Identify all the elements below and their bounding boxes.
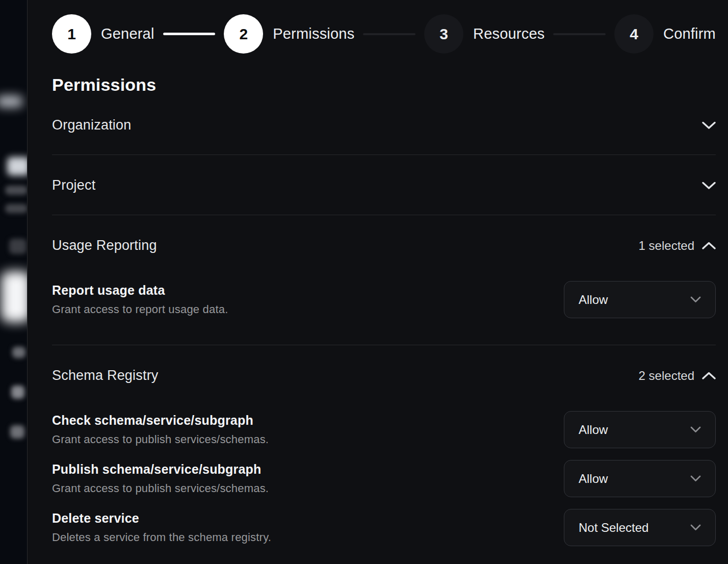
select-value: Not Selected xyxy=(579,521,648,535)
blurred-background-page xyxy=(0,0,28,564)
step-label: Confirm xyxy=(663,25,716,42)
permission-title: Delete service xyxy=(52,511,271,526)
section-label: Usage Reporting xyxy=(52,238,157,253)
blurred-background-element xyxy=(12,347,25,358)
step-label: Resources xyxy=(473,25,544,42)
chevron-down-icon xyxy=(690,475,701,482)
step-number-badge: 2 xyxy=(224,14,263,54)
step-number-badge: 1 xyxy=(52,14,91,54)
wizard-dialog: 1 General 2 Permissions 3 Resources 4 Co… xyxy=(28,0,728,564)
permission-description: Grant access to report usage data. xyxy=(52,303,228,316)
permission-row: Report usage data Grant access to report… xyxy=(52,281,716,318)
step-connector-incomplete xyxy=(553,33,606,35)
section-organization: Organization xyxy=(52,95,716,155)
step-label: Permissions xyxy=(273,25,354,42)
select-value: Allow xyxy=(579,472,608,486)
section-schema-registry: Schema Registry 2 selected Check schema/… xyxy=(52,345,716,564)
permission-title: Report usage data xyxy=(52,283,228,298)
page-title: Permissions xyxy=(52,75,716,95)
blurred-background-element xyxy=(7,157,28,175)
section-usage-reporting-toggle[interactable]: Usage Reporting 1 selected xyxy=(52,238,716,253)
wizard-stepper: 1 General 2 Permissions 3 Resources 4 Co… xyxy=(52,14,716,54)
blurred-background-element xyxy=(10,425,24,439)
blurred-background-element xyxy=(9,239,27,254)
permission-row: Delete service Deletes a service from th… xyxy=(52,509,716,546)
blurred-background-element xyxy=(5,186,28,195)
step-connector-incomplete xyxy=(363,33,415,35)
permission-description: Deletes a service from the schema regist… xyxy=(52,531,271,544)
chevron-up-icon xyxy=(702,242,716,250)
section-organization-toggle[interactable]: Organization xyxy=(52,117,716,133)
permission-description: Grant access to publish services/schemas… xyxy=(52,482,269,495)
select-value: Allow xyxy=(579,423,608,437)
permission-select-check-schema[interactable]: Allow xyxy=(564,411,716,448)
step-permissions[interactable]: 2 Permissions xyxy=(224,14,354,54)
chevron-down-icon xyxy=(702,121,716,130)
blurred-background-element xyxy=(1,271,28,322)
chevron-down-icon xyxy=(690,296,701,303)
permission-title: Check schema/service/subgraph xyxy=(52,413,269,428)
chevron-down-icon xyxy=(690,426,701,433)
blurred-background-element xyxy=(5,204,28,213)
section-schema-registry-toggle[interactable]: Schema Registry 2 selected xyxy=(52,368,716,383)
selected-count: 1 selected xyxy=(639,239,694,253)
step-confirm[interactable]: 4 Confirm xyxy=(614,14,716,54)
blurred-background-element xyxy=(0,96,22,107)
permission-select-publish-schema[interactable]: Allow xyxy=(564,460,716,497)
step-label: General xyxy=(101,25,154,42)
select-value: Allow xyxy=(579,293,608,307)
selected-count: 2 selected xyxy=(639,369,694,383)
step-number-badge: 4 xyxy=(614,14,654,54)
permission-select-delete-service[interactable]: Not Selected xyxy=(564,509,716,546)
step-general[interactable]: 1 General xyxy=(52,14,154,54)
section-usage-reporting: Usage Reporting 1 selected Report usage … xyxy=(52,215,716,345)
permission-title: Publish schema/service/subgraph xyxy=(52,462,269,477)
permission-description: Grant access to publish services/schemas… xyxy=(52,433,269,446)
step-connector-complete xyxy=(163,33,216,35)
section-project: Project xyxy=(52,155,716,215)
blurred-background-element xyxy=(11,386,24,399)
permission-select-report-usage-data[interactable]: Allow xyxy=(564,281,716,318)
permission-row: Publish schema/service/subgraph Grant ac… xyxy=(52,460,716,497)
permission-row: Check schema/service/subgraph Grant acce… xyxy=(52,411,716,448)
chevron-down-icon xyxy=(702,182,716,190)
section-label: Schema Registry xyxy=(52,368,159,383)
chevron-up-icon xyxy=(702,372,716,380)
section-label: Project xyxy=(52,177,95,193)
section-label: Organization xyxy=(52,117,132,133)
section-project-toggle[interactable]: Project xyxy=(52,177,716,193)
step-number-badge: 3 xyxy=(424,14,463,54)
chevron-down-icon xyxy=(690,524,701,531)
step-resources[interactable]: 3 Resources xyxy=(424,14,544,54)
